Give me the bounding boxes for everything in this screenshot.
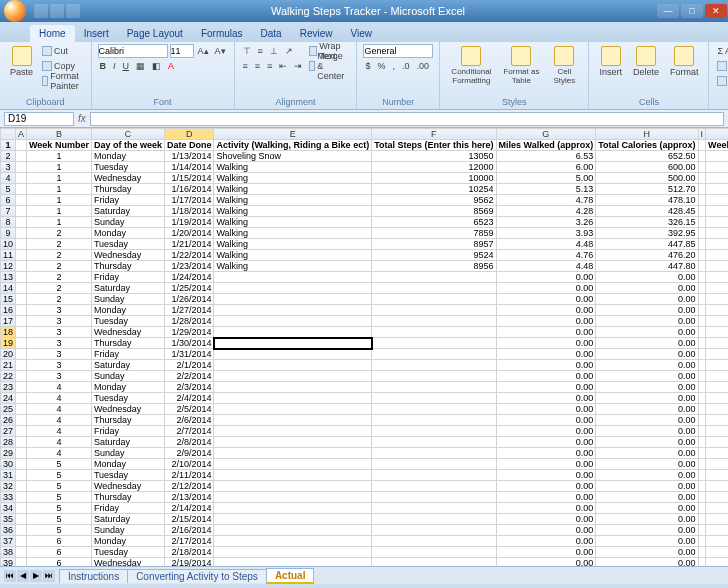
cell-miles[interactable]: 0.00 [496, 481, 596, 492]
maximize-button[interactable]: □ [681, 4, 703, 18]
cell-weeknum2[interactable]: 16 [706, 316, 728, 327]
cell-steps[interactable] [372, 558, 496, 567]
cell-dow[interactable]: Tuesday [91, 547, 164, 558]
cell-date[interactable]: 2/14/2014 [164, 503, 214, 514]
cond-format-button[interactable]: Conditional Formatting [446, 44, 496, 87]
row-header-32[interactable]: 32 [1, 481, 16, 492]
col-header-A[interactable]: A [16, 129, 27, 140]
cell-miles[interactable]: 0.00 [496, 459, 596, 470]
cell-date[interactable]: 1/13/2014 [164, 151, 214, 162]
cell-date[interactable]: 2/19/2014 [164, 558, 214, 567]
border-icon[interactable]: ▦ [134, 59, 147, 73]
row-header-19[interactable]: 19 [1, 338, 16, 349]
cell-weeknum2[interactable]: 6 [706, 206, 728, 217]
cell-activity[interactable] [214, 437, 372, 448]
format-painter-button[interactable]: Format Painter [40, 74, 85, 88]
bold-button[interactable]: B [98, 59, 109, 73]
cell-week[interactable]: 3 [27, 338, 92, 349]
cell-dow[interactable]: Saturday [91, 360, 164, 371]
cell-activity[interactable] [214, 305, 372, 316]
cell-week[interactable]: 4 [27, 415, 92, 426]
cell-activity[interactable]: Walking [214, 228, 372, 239]
cell-activity[interactable] [214, 316, 372, 327]
cell-steps[interactable] [372, 327, 496, 338]
cell-weeknum2[interactable]: 22 [706, 382, 728, 393]
cell-date[interactable]: 1/24/2014 [164, 272, 214, 283]
cell-dow[interactable]: Thursday [91, 261, 164, 272]
cell-activity[interactable]: Shoveling Snow [214, 151, 372, 162]
cell-date[interactable]: 1/16/2014 [164, 184, 214, 195]
cell-week[interactable]: 2 [27, 272, 92, 283]
cell-weeknum2[interactable]: 24 [706, 404, 728, 415]
cell-dow[interactable]: Friday [91, 503, 164, 514]
cell-cal[interactable]: 0.00 [596, 470, 698, 481]
cell-miles[interactable]: 0.00 [496, 327, 596, 338]
cell-date[interactable]: 1/17/2014 [164, 195, 214, 206]
cell-weeknum2[interactable]: 14 [706, 294, 728, 305]
row-header-35[interactable]: 35 [1, 514, 16, 525]
cell-cal[interactable]: 0.00 [596, 371, 698, 382]
cell-cal[interactable]: 0.00 [596, 360, 698, 371]
tab-data[interactable]: Data [252, 25, 291, 42]
cell-steps[interactable]: 9562 [372, 195, 496, 206]
cell-week[interactable]: 5 [27, 492, 92, 503]
cell-weeknum2[interactable]: 34 [706, 514, 728, 525]
cell-week[interactable]: 2 [27, 228, 92, 239]
row-header-7[interactable]: 7 [1, 206, 16, 217]
row-header-1[interactable]: 1 [1, 140, 16, 151]
cell-weeknum2[interactable]: 1 [706, 151, 728, 162]
row-header-33[interactable]: 33 [1, 492, 16, 503]
cell-week[interactable]: 3 [27, 305, 92, 316]
cell-weeknum2[interactable]: 12 [706, 272, 728, 283]
cell-week[interactable]: 2 [27, 261, 92, 272]
cell-miles[interactable]: 0.00 [496, 382, 596, 393]
col-header-G[interactable]: G [496, 129, 596, 140]
autosum-button[interactable]: Σ AutoSum [715, 44, 728, 58]
cell-activity[interactable] [214, 448, 372, 459]
cell-activity[interactable] [214, 283, 372, 294]
cell-dow[interactable]: Sunday [91, 525, 164, 536]
cell-cal[interactable]: 0.00 [596, 415, 698, 426]
cell-miles[interactable]: 0.00 [496, 393, 596, 404]
cell-activity[interactable] [214, 272, 372, 283]
row-header-2[interactable]: 2 [1, 151, 16, 162]
cell-steps[interactable]: 8957 [372, 239, 496, 250]
font-name-input[interactable] [98, 44, 168, 58]
cell-activity[interactable]: Walking [214, 195, 372, 206]
cell-activity[interactable] [214, 503, 372, 514]
align-mid-icon[interactable]: ≡ [256, 44, 265, 58]
cell-cal[interactable]: 0.00 [596, 338, 698, 349]
cell-date[interactable]: 2/15/2014 [164, 514, 214, 525]
cell-week[interactable]: 1 [27, 184, 92, 195]
cell-week[interactable]: 3 [27, 371, 92, 382]
cell-date[interactable]: 2/4/2014 [164, 393, 214, 404]
italic-button[interactable]: I [111, 59, 118, 73]
cell-miles[interactable]: 5.00 [496, 173, 596, 184]
cell-week[interactable]: 1 [27, 206, 92, 217]
font-color-icon[interactable]: A [166, 59, 176, 73]
row-header-3[interactable]: 3 [1, 162, 16, 173]
orientation-icon[interactable]: ↗ [283, 44, 295, 58]
cell-weeknum2[interactable]: 28 [706, 448, 728, 459]
row-header-15[interactable]: 15 [1, 294, 16, 305]
row-header-39[interactable]: 39 [1, 558, 16, 567]
cell-week[interactable]: 1 [27, 151, 92, 162]
cell-dow[interactable]: Wednesday [91, 327, 164, 338]
cell-miles[interactable]: 0.00 [496, 470, 596, 481]
indent-dec-icon[interactable]: ⇤ [277, 59, 289, 73]
cell-cal[interactable]: 0.00 [596, 514, 698, 525]
cell-date[interactable]: 1/21/2014 [164, 239, 214, 250]
grow-font-icon[interactable]: A▴ [196, 44, 211, 58]
cell-miles[interactable]: 0.00 [496, 404, 596, 415]
cell-weeknum2[interactable]: 7 [706, 217, 728, 228]
cell-miles[interactable]: 4.78 [496, 195, 596, 206]
cell-activity[interactable]: Walking [214, 173, 372, 184]
fx-icon[interactable]: fx [78, 113, 86, 124]
row-header-18[interactable]: 18 [1, 327, 16, 338]
cell-dow[interactable]: Monday [91, 382, 164, 393]
cell-steps[interactable] [372, 426, 496, 437]
cell-week[interactable]: 2 [27, 250, 92, 261]
sheet-tab-instructions[interactable]: Instructions [59, 569, 128, 583]
cell-activity[interactable] [214, 459, 372, 470]
cell-dow[interactable]: Wednesday [91, 404, 164, 415]
